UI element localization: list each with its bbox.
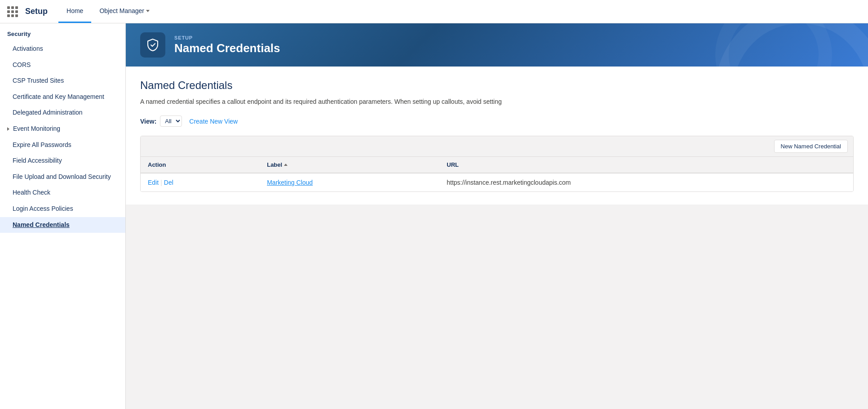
sidebar-item-cors[interactable]: CORS xyxy=(0,57,125,73)
del-link[interactable]: Del xyxy=(164,179,173,186)
sort-icon xyxy=(284,164,288,166)
credential-label-link[interactable]: Marketing Cloud xyxy=(267,179,313,186)
content-title: Named Credentials xyxy=(140,79,854,92)
label-cell: Marketing Cloud xyxy=(260,173,439,191)
col-header-action: Action xyxy=(141,157,260,173)
sort-ascending-icon xyxy=(284,164,288,166)
sidebar-item-expire-all-passwords[interactable]: Expire All Passwords xyxy=(0,137,125,153)
page-header-banner: SETUP Named Credentials xyxy=(126,23,868,67)
sidebar-item-file-upload-download-security[interactable]: File Upload and Download Security xyxy=(0,169,125,185)
sidebar-item-login-access-policies[interactable]: Login Access Policies xyxy=(0,201,125,217)
main-content-area: SETUP Named Credentials Named Credential… xyxy=(126,23,868,409)
sidebar-item-activations[interactable]: Activations xyxy=(0,41,125,57)
sidebar: Security Activations CORS CSP Trusted Si… xyxy=(0,23,126,409)
tab-object-manager[interactable]: Object Manager xyxy=(91,0,158,23)
table-section: New Named Credential Action Label xyxy=(140,136,854,192)
col-header-url: URL xyxy=(439,157,853,173)
view-bar: View: All Create New View xyxy=(140,116,854,127)
page-content: Named Credentials A named credential spe… xyxy=(126,67,868,204)
header-text-group: SETUP Named Credentials xyxy=(174,35,280,55)
credential-url: https://instance.rest.marketingcloudapis… xyxy=(447,179,571,186)
sidebar-item-event-monitoring[interactable]: Event Monitoring xyxy=(0,121,125,137)
url-cell: https://instance.rest.marketingcloudapis… xyxy=(439,173,853,191)
view-label: View: xyxy=(140,118,156,125)
sidebar-item-csp-trusted-sites[interactable]: CSP Trusted Sites xyxy=(0,73,125,89)
edit-link[interactable]: Edit xyxy=(148,179,159,186)
view-select[interactable]: All xyxy=(160,116,182,127)
col-header-label[interactable]: Label xyxy=(260,157,439,173)
action-separator: | xyxy=(160,179,162,186)
app-launcher-icon[interactable] xyxy=(7,6,18,17)
new-named-credential-button[interactable]: New Named Credential xyxy=(774,140,848,153)
shield-icon xyxy=(146,38,160,52)
app-title: Setup xyxy=(25,7,48,16)
content-description: A named credential specifies a callout e… xyxy=(140,97,854,107)
main-layout: Security Activations CORS CSP Trusted Si… xyxy=(0,23,868,409)
sidebar-section-header: Security xyxy=(0,23,125,41)
sidebar-item-named-credentials[interactable]: Named Credentials xyxy=(0,217,125,233)
sidebar-item-field-accessibility[interactable]: Field Accessibility xyxy=(0,153,125,169)
tab-home[interactable]: Home xyxy=(58,0,91,23)
table-toolbar: New Named Credential xyxy=(141,136,853,157)
nav-tabs: Home Object Manager xyxy=(58,0,158,23)
header-setup-label: SETUP xyxy=(174,35,280,40)
chevron-right-icon xyxy=(7,127,9,131)
top-navigation: Setup Home Object Manager xyxy=(0,0,868,23)
sidebar-item-health-check[interactable]: Health Check xyxy=(0,185,125,201)
header-page-title: Named Credentials xyxy=(174,41,280,55)
chevron-down-icon xyxy=(146,10,150,12)
header-icon-box xyxy=(140,32,165,58)
create-new-view-link[interactable]: Create New View xyxy=(189,118,238,125)
table-row: Edit | Del Marketing Cloud https://insta… xyxy=(141,173,853,191)
named-credentials-table: Action Label xyxy=(141,157,853,191)
sidebar-item-certificate-key-management[interactable]: Certificate and Key Management xyxy=(0,89,125,105)
sidebar-item-delegated-administration[interactable]: Delegated Administration xyxy=(0,105,125,121)
action-cell: Edit | Del xyxy=(141,173,260,191)
table-header-row: Action Label xyxy=(141,157,853,173)
